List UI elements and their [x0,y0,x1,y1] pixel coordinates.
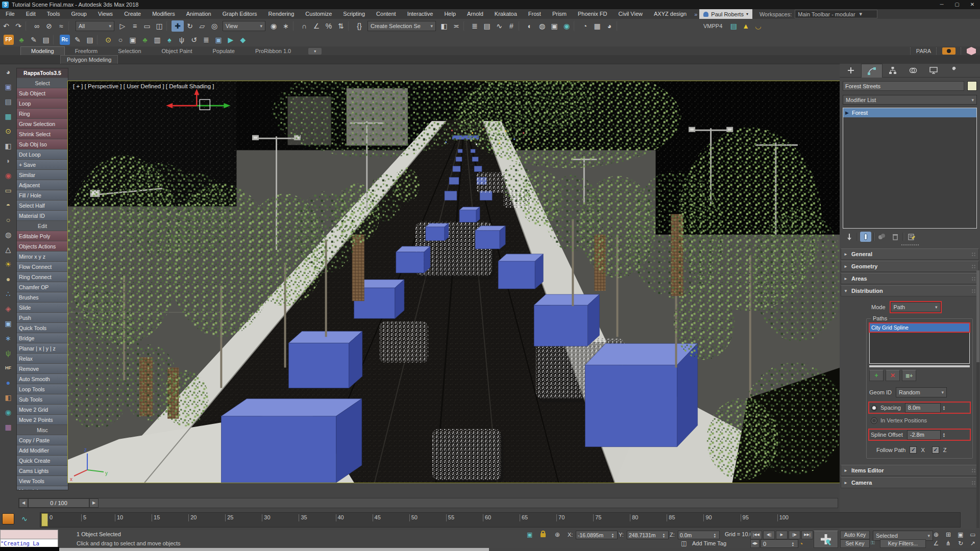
rollout-header[interactable]: ► Areas [841,273,979,284]
schematic-view-icon[interactable]: # [505,20,518,32]
container-icon[interactable]: ▣ [212,34,225,45]
playback-button[interactable]: ▶▶| [801,531,813,539]
rollout-header[interactable]: ► General [841,248,979,260]
workspace-dropdown[interactable]: Main Toolbar - modular ▾ [795,10,877,18]
angle-snap-icon[interactable]: ∠ [310,20,323,32]
reference-coordinate-dropdown[interactable]: View ▾ [223,21,265,31]
x-coord-field[interactable]: -16.0895m▴▾ [576,531,618,539]
bind-spacewarp-icon[interactable]: ≈ [55,20,67,32]
character-icon[interactable]: ψ [176,34,188,45]
menu-item[interactable]: Tools [41,9,66,19]
select-object-icon[interactable]: ▷ [116,20,129,32]
rappatools-item[interactable]: Cams Lights [17,466,68,475]
add-multiple-paths-button[interactable]: ≣+ [902,370,916,381]
selection-region-icon[interactable]: ▣ [525,531,535,539]
spline-offset-input[interactable]: -2.8m [907,430,941,440]
create-tab-icon[interactable] [841,64,861,77]
teapot-wire-icon[interactable]: ◍ [2,230,14,240]
menu-item[interactable]: Views [92,9,118,19]
toolbar-separator[interactable] [97,35,101,45]
close-button[interactable]: ✕ [965,0,980,9]
render-setup-icon[interactable]: ◍ [536,20,548,32]
flower-icon[interactable]: ∗ [2,333,14,343]
render-preview-icon[interactable]: ▣ [2,82,14,92]
forest-tree-icon[interactable]: ♣ [15,34,28,45]
menu-item[interactable]: Frost [523,9,547,19]
layers-icon[interactable]: ≣ [200,34,212,45]
rappatools-item[interactable]: Loop [17,98,68,108]
measure-tool-icon[interactable]: ▤ [727,20,740,32]
rappatools-item[interactable]: Auto Smooth [17,374,68,384]
modifier-stack-item[interactable]: ▶ Forest [843,108,976,117]
rappatools-item[interactable]: Brushes [17,292,68,302]
teapot-icon[interactable]: ◕ [2,67,14,77]
toolbar-separator[interactable] [26,21,30,31]
follow-path-x-checkbox[interactable]: ✓ [910,446,917,454]
spinner-snap-icon[interactable]: ⇅ [335,20,347,32]
zoom-all-icon[interactable]: ⊞ [942,530,954,539]
select-manipulate-icon[interactable]: ∗ [280,20,292,32]
perspective-viewport[interactable]: xyz [ + ] [ Perspective ] [ User Defined… [67,81,841,483]
state-sets-icon[interactable]: ▦ [591,20,603,32]
toolbar-separator[interactable] [574,21,578,31]
select-by-name-icon[interactable]: ≡ [129,20,141,32]
rappatools-item[interactable]: Add Modifier [17,445,68,455]
moon-icon[interactable]: ◗ [2,156,14,166]
rappatools-item[interactable]: Fill / Hole [17,190,68,200]
camera-icon[interactable]: ▣ [127,34,139,45]
box-gizmo-icon[interactable]: ▣ [2,318,14,329]
schedule-icon[interactable]: ▦ [2,111,14,121]
rappatools-item[interactable]: Ring [17,109,68,118]
follow-path-z-checkbox[interactable]: ✓ [932,446,939,454]
remove-modifier-icon[interactable] [890,232,901,242]
render-preview-icon[interactable]: ◕ [603,20,616,32]
walk-through-icon[interactable]: ⋔ [942,539,954,547]
rollout-header[interactable]: ► Geometry [841,261,979,272]
menu-item[interactable]: Scripting [337,9,371,19]
menu-item[interactable]: Content [371,9,402,19]
scatter-icon[interactable]: ♠ [163,34,176,45]
maxscript-mini-listener-pink[interactable] [0,530,58,539]
use-pivot-center-icon[interactable]: ◉ [267,20,280,32]
default-in-out-tangents-icon[interactable]: ⚿ [871,540,875,546]
rappatools-item[interactable]: Loop Tools [17,384,68,394]
toolbar-separator[interactable] [166,21,170,31]
in-vertex-positions-radio[interactable] [871,417,877,424]
populate-icon[interactable]: ◆ [237,34,249,45]
named-selection-icon[interactable]: {} [353,20,365,32]
parametric-array-icon[interactable] [967,47,976,55]
rappatools-item[interactable]: Push [17,313,68,322]
geom-id-dropdown[interactable]: Random ▾ [896,387,947,397]
orbit-icon[interactable]: ↻ [954,539,967,547]
menu-item[interactable]: Graph Editors [217,9,263,19]
rappatools-item[interactable]: View Tools [17,476,68,486]
unlink-selection-icon[interactable]: ⊘ [43,20,55,32]
modify-tab-icon[interactable] [861,64,883,78]
render-iterative-icon[interactable]: ◔ [579,20,591,32]
viewport-label[interactable]: [ + ] [ Perspective ] [ User Defined ] [… [73,83,214,89]
panel-splitter[interactable] [840,242,980,247]
key-mode-toggle-icon[interactable]: ◀▶ [750,539,760,548]
sphere-icon[interactable]: ○ [114,34,127,45]
toolbar-separator[interactable] [519,21,523,31]
y-spinner[interactable]: ▴▾ [661,533,667,538]
time-configuration-icon[interactable]: ◔ [799,540,803,547]
hierarchy-tab-icon[interactable] [883,64,903,77]
sphere-blue-icon[interactable]: ● [2,378,14,388]
forest-library-icon[interactable]: ▤ [40,34,52,45]
snap-toggle-icon[interactable]: ∩ [298,20,310,32]
spacing-input[interactable]: 8.0m [905,403,941,413]
rappatools-item[interactable]: Bridge [17,333,68,343]
rappatools-item[interactable]: Material ID [17,211,68,220]
user-account-menu[interactable]: Paul Roberts ▾ [699,9,752,19]
rappatools-item[interactable]: Objects Actions [17,241,68,251]
rappatools-item[interactable]: Relax [17,354,68,363]
menu-item[interactable]: Civil View [613,9,648,19]
menu-item[interactable]: Rendering [263,9,300,19]
rappatools-item[interactable]: Quick Create [17,456,68,465]
zoom-region-icon[interactable]: ▭ [967,530,979,539]
list-icon[interactable]: ▥ [151,34,163,45]
dome-icon[interactable]: ◓ [2,200,14,210]
display-tab-icon[interactable] [923,64,944,77]
railclone-icon[interactable]: Rc [60,35,70,45]
